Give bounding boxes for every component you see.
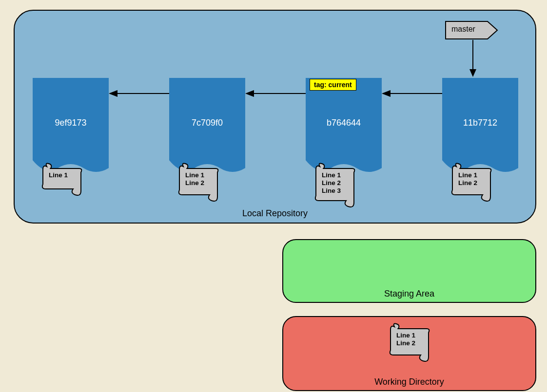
svg-marker-5 bbox=[245, 90, 254, 97]
commit-hash: 7c709f0 bbox=[169, 118, 245, 128]
commit-hash: 11b7712 bbox=[442, 118, 518, 128]
file-scroll-icon: Line 1 Line 2 Line 3 bbox=[314, 163, 356, 210]
local-repository-container: master 9ef9173 7c709f0 tag: current b764… bbox=[14, 10, 536, 224]
file-scroll-icon: Line 1 bbox=[41, 163, 83, 199]
file-scroll-icon: Line 1 Line 2 bbox=[177, 163, 219, 205]
staging-area-label: Staging Area bbox=[283, 289, 535, 299]
arrow-parent bbox=[245, 89, 306, 98]
commit-hash: 9ef9173 bbox=[33, 118, 109, 128]
file-content: Line 1 Line 2 bbox=[458, 171, 477, 187]
file-content: Line 1 Line 2 bbox=[396, 332, 415, 347]
master-label: master bbox=[451, 25, 475, 34]
commit-node: 7c709f0 bbox=[169, 78, 245, 175]
commit-node: 11b7712 bbox=[442, 78, 518, 175]
arrow-master-to-commit bbox=[468, 40, 478, 78]
commit-node: tag: current b764644 bbox=[306, 78, 382, 175]
svg-marker-3 bbox=[109, 90, 117, 97]
file-scroll-icon: Line 1 Line 2 bbox=[389, 323, 430, 365]
file-content: Line 1 Line 2 bbox=[185, 171, 204, 187]
local-repository-label: Local Repository bbox=[15, 208, 535, 219]
commit-hash: b764644 bbox=[306, 118, 382, 128]
working-directory-label: Working Directory bbox=[283, 377, 535, 387]
commit-node: 9ef9173 bbox=[33, 78, 109, 175]
arrow-parent bbox=[382, 89, 442, 98]
file-content: Line 1 Line 2 Line 3 bbox=[322, 171, 341, 195]
file-scroll-icon: Line 1 Line 2 bbox=[450, 163, 492, 205]
arrow-parent bbox=[109, 89, 169, 98]
svg-marker-1 bbox=[469, 69, 476, 77]
master-branch-pointer: master bbox=[445, 20, 499, 40]
file-content: Line 1 bbox=[49, 171, 68, 179]
svg-marker-7 bbox=[382, 90, 391, 97]
working-directory-container: Line 1 Line 2 Working Directory bbox=[282, 316, 536, 391]
tag-current: tag: current bbox=[310, 79, 356, 91]
staging-area-container: Staging Area bbox=[282, 239, 536, 303]
